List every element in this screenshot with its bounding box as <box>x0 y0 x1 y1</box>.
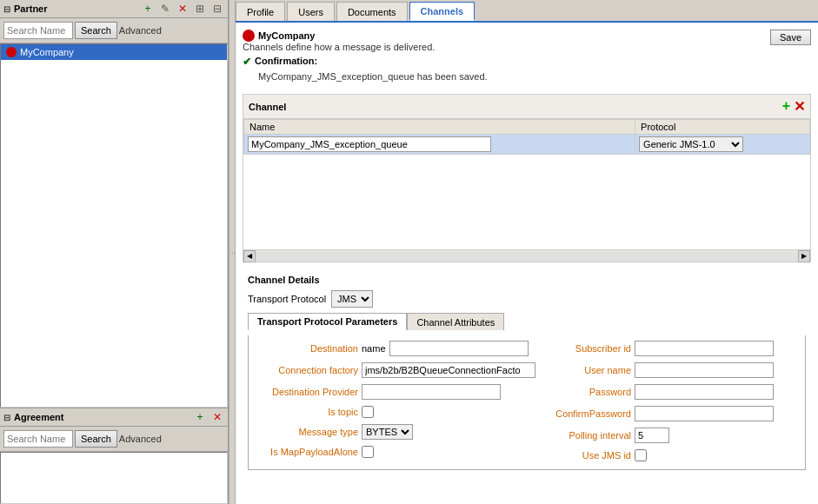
content-header: MyCompany Channels define how a message … <box>243 30 811 89</box>
form-left: Destination name Connection factory Dest… <box>254 341 535 464</box>
username-input[interactable] <box>635 362 774 378</box>
subscriber-input[interactable] <box>635 341 774 356</box>
agreement-search-row: Search Advanced <box>0 427 228 452</box>
transport-row: Transport Protocol JMS <box>248 290 806 308</box>
destination-row: Destination name <box>254 341 535 356</box>
form-right: Subscriber id User name Password <box>535 341 800 464</box>
channel-section: Channel + ✕ Name Protocol <box>243 94 811 262</box>
tab-bar: Profile Users Documents Channels <box>236 0 818 23</box>
company-title: MyCompany <box>243 30 488 42</box>
polling-row: Polling interval <box>535 428 800 443</box>
partner-section-header: ⊟ Partner + ✎ ✕ ⊞ ⊟ <box>0 0 228 18</box>
channel-section-header: Channel + ✕ <box>243 95 810 119</box>
subscriber-row: Subscriber id <box>535 341 800 356</box>
tab-documents[interactable]: Documents <box>336 2 408 21</box>
agreement-advanced-link[interactable]: Advanced <box>119 434 162 444</box>
collapse-agreement-icon[interactable]: ⊟ <box>3 413 10 422</box>
destination-input[interactable] <box>389 341 529 356</box>
channel-protocol-cell: Generic JMS-1.0 <box>635 135 810 155</box>
col-name-header: Name <box>244 120 635 135</box>
partner-btn3[interactable]: ⊞ <box>193 2 207 16</box>
is-map-checkbox[interactable] <box>362 446 374 458</box>
is-map-label: Is MapPayloadAlone <box>254 447 358 457</box>
confirm-password-input[interactable] <box>635 406 774 421</box>
delete-partner-button[interactable]: ✕ <box>176 2 190 16</box>
channel-name-cell <box>244 135 635 155</box>
agreement-section-title: Agreement <box>14 412 190 422</box>
agreement-search-input[interactable] <box>3 430 73 448</box>
scroll-left-arrow[interactable]: ◀ <box>243 250 256 262</box>
subscriber-label: Subscriber id <box>535 343 631 354</box>
channel-protocol-select[interactable]: Generic JMS-1.0 <box>639 136 743 152</box>
remove-channel-icon[interactable]: ✕ <box>794 98 805 115</box>
partner-search-input[interactable] <box>3 22 73 39</box>
channel-actions: + ✕ <box>782 98 805 115</box>
message-type-label: Message type <box>254 427 358 437</box>
password-input[interactable] <box>635 384 774 400</box>
inner-tab-bar: Transport Protocol Parameters Channel At… <box>248 313 806 330</box>
partner-search-button[interactable]: Search <box>75 22 117 39</box>
scroll-track[interactable] <box>256 252 798 261</box>
connection-row: Connection factory <box>254 362 535 378</box>
tab-channels[interactable]: Channels <box>409 2 476 21</box>
agreement-list <box>0 452 228 504</box>
horizontal-scrollbar[interactable]: ◀ ▶ <box>243 249 810 262</box>
is-topic-row: Is topic <box>254 406 535 418</box>
is-map-row: Is MapPayloadAlone <box>254 446 535 458</box>
polling-input[interactable] <box>635 428 669 443</box>
resize-handle[interactable]: ⋮ <box>229 0 236 504</box>
confirm-password-row: ConfirmPassword <box>535 406 800 421</box>
destination-label: Destination <box>254 343 358 354</box>
tab-profile[interactable]: Profile <box>236 2 285 21</box>
agreement-section-header: ⊟ Agreement + ✕ <box>0 408 228 427</box>
partner-search-row: Search Advanced <box>0 18 228 43</box>
scroll-right-arrow[interactable]: ▶ <box>798 250 810 262</box>
agreement-search-button[interactable]: Search <box>75 430 117 448</box>
company-subtitle: Channels define how a message is deliver… <box>243 42 488 52</box>
company-icon <box>243 30 255 42</box>
channel-section-title: Channel <box>249 102 286 112</box>
company-title-area: MyCompany Channels define how a message … <box>243 30 488 89</box>
message-type-row: Message type BYTES <box>254 424 535 440</box>
is-topic-checkbox[interactable] <box>362 406 374 418</box>
partner-btn4[interactable]: ⊟ <box>210 2 224 16</box>
channel-table-row[interactable]: Generic JMS-1.0 <box>244 135 810 155</box>
partner-item-icon <box>6 47 17 57</box>
partner-section-title: Partner <box>14 3 137 14</box>
add-channel-icon[interactable]: + <box>782 98 790 115</box>
connection-input[interactable] <box>362 362 535 378</box>
username-row: User name <box>535 362 800 378</box>
partner-advanced-link[interactable]: Advanced <box>119 25 162 36</box>
confirm-password-label: ConfirmPassword <box>535 408 631 419</box>
connection-label: Connection factory <box>254 365 358 375</box>
collapse-partner-icon[interactable]: ⊟ <box>3 4 10 14</box>
channel-name-input[interactable] <box>248 136 491 152</box>
destination-label-suffix: name <box>362 343 386 354</box>
add-partner-button[interactable]: + <box>141 2 155 16</box>
transport-select[interactable]: JMS <box>331 290 373 308</box>
form-grid: Destination name Connection factory Dest… <box>254 341 800 464</box>
confirmation-row: ✔ Confirmation: <box>243 56 488 68</box>
partner-item-label: MyCompany <box>20 47 74 57</box>
company-name: MyCompany <box>258 30 315 41</box>
username-label: User name <box>535 365 631 375</box>
confirmation-label: Confirmation: <box>255 56 317 66</box>
polling-label: Polling interval <box>535 430 631 441</box>
use-jms-checkbox[interactable] <box>635 449 647 461</box>
edit-partner-button[interactable]: ✎ <box>158 2 172 16</box>
dest-provider-input[interactable] <box>362 384 501 400</box>
channel-table: Name Protocol Gener <box>243 119 810 155</box>
add-agreement-button[interactable]: + <box>193 410 207 424</box>
inner-tab-channel-attr[interactable]: Channel Attributes <box>407 313 504 330</box>
inner-tab-transport[interactable]: Transport Protocol Parameters <box>248 313 407 330</box>
tab-users[interactable]: Users <box>287 2 335 21</box>
partner-list-item[interactable]: MyCompany <box>1 44 227 60</box>
message-type-select[interactable]: BYTES <box>362 424 413 440</box>
password-label: Password <box>535 387 631 397</box>
dest-provider-label: Destination Provider <box>254 387 358 397</box>
save-button[interactable]: Save <box>770 30 811 45</box>
content-area: MyCompany Channels define how a message … <box>236 23 818 504</box>
transport-label: Transport Protocol <box>248 294 326 304</box>
is-topic-label: Is topic <box>254 407 358 417</box>
delete-agreement-button[interactable]: ✕ <box>210 410 224 424</box>
